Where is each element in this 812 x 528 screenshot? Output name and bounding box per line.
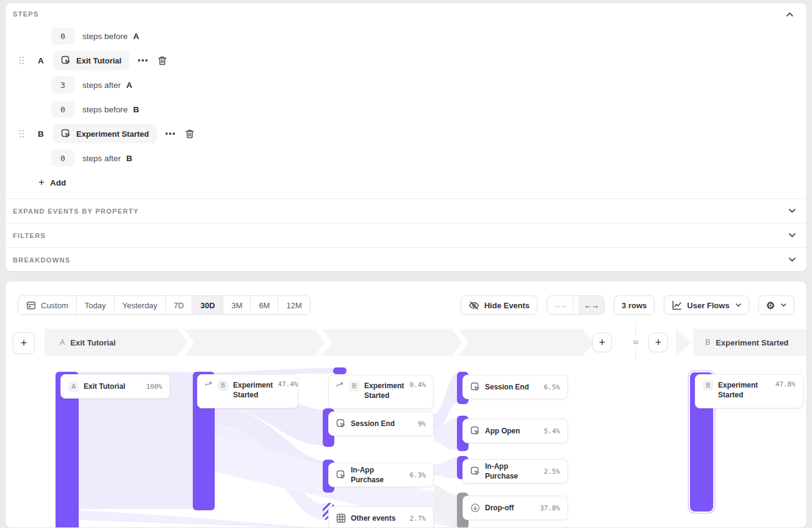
flow-node-in-app-purchase[interactable]: In-App Purchase 6.3% bbox=[328, 463, 434, 487]
node-percent: 0.4% bbox=[410, 381, 426, 389]
steps-before-b-input[interactable]: 0 bbox=[51, 101, 74, 118]
add-column-left-button[interactable]: + bbox=[13, 332, 35, 354]
column-title: Exit Tutorial bbox=[70, 338, 115, 347]
column-width-toggle: →← ←→ bbox=[547, 295, 605, 315]
node-title: Experiment Started bbox=[718, 380, 771, 400]
more-icon bbox=[165, 132, 176, 136]
add-step-button[interactable]: + Add bbox=[38, 176, 66, 189]
add-column-before-b-button[interactable]: + bbox=[649, 333, 668, 352]
rows-count-button[interactable]: 3 rows bbox=[614, 295, 655, 315]
sankey-bar-experiment-started-small[interactable] bbox=[333, 367, 347, 374]
flow-node-session-end-2[interactable]: Session End 6.5% bbox=[462, 375, 568, 399]
date-range-custom[interactable]: Custom bbox=[18, 296, 77, 314]
column-chevron-separator bbox=[452, 329, 468, 356]
section-expand-events-by-property[interactable]: EXPAND EVENTS BY PROPERTY bbox=[5, 198, 807, 223]
anomaly-arrow-icon bbox=[336, 381, 344, 388]
date-range-control: Custom Today Yesterday 7D 30D 3M 6M 12M bbox=[18, 295, 311, 315]
date-range-label: Custom bbox=[41, 301, 68, 310]
hide-events-label: Hide Events bbox=[484, 301, 530, 310]
steps-gap-row: 3 steps after A bbox=[51, 75, 132, 95]
steps-gap-row: 0 steps before A bbox=[51, 26, 139, 46]
node-percent: 47.8% bbox=[775, 380, 796, 388]
date-range-label: 6M bbox=[259, 301, 270, 310]
hide-events-button[interactable]: Hide Events bbox=[461, 295, 537, 315]
delete-step-button[interactable] bbox=[157, 56, 167, 66]
settings-dropdown[interactable]: ⚙ bbox=[758, 295, 794, 315]
step-badge: B bbox=[703, 380, 713, 391]
flow-node-other-events[interactable]: Other events 2.7% bbox=[328, 506, 434, 528]
flow-node-experiment-started-47[interactable]: B Experiment Started 47.4% bbox=[197, 374, 298, 408]
column-header-a[interactable]: A Exit Tutorial bbox=[45, 329, 595, 356]
date-range-3m[interactable]: 3M bbox=[223, 296, 251, 314]
column-header-b-arrow bbox=[676, 329, 692, 356]
section-filters[interactable]: FILTERS bbox=[5, 223, 807, 247]
node-percent: 6.3% bbox=[410, 471, 426, 479]
more-options-button[interactable] bbox=[137, 59, 148, 62]
date-range-7d[interactable]: 7D bbox=[166, 296, 193, 314]
node-title: Other events bbox=[351, 513, 395, 523]
drag-handle-icon[interactable] bbox=[20, 57, 24, 65]
event-icon bbox=[61, 129, 71, 139]
flow-node-experiment-started-04[interactable]: B Experiment Started 0.4% bbox=[328, 375, 434, 409]
date-range-12m[interactable]: 12M bbox=[278, 296, 309, 314]
event-icon bbox=[470, 466, 480, 476]
flow-node-experiment-started-b[interactable]: B Experiment Started 47.8% bbox=[695, 374, 803, 408]
view-type-dropdown[interactable]: User Flows bbox=[664, 295, 749, 315]
chevron-down-icon bbox=[789, 233, 796, 237]
node-percent: 9% bbox=[418, 420, 426, 428]
step-letter: B bbox=[38, 129, 45, 139]
node-percent: 47.4% bbox=[278, 380, 298, 388]
expand-columns-button[interactable]: ←→ bbox=[578, 296, 604, 314]
add-label: Add bbox=[50, 178, 66, 187]
step-row-a: A Exit Tutorial bbox=[20, 51, 167, 70]
drag-handle-icon[interactable] bbox=[20, 130, 24, 138]
add-column-after-a-button[interactable]: + bbox=[592, 333, 612, 352]
gear-icon: ⚙ bbox=[766, 300, 775, 311]
node-title: In-App Purchase bbox=[485, 461, 539, 481]
date-range-label: 3M bbox=[231, 301, 242, 310]
report-toolbar: Custom Today Yesterday 7D 30D 3M 6M 12M … bbox=[5, 295, 807, 315]
date-range-yesterday[interactable]: Yesterday bbox=[115, 296, 166, 314]
date-range-today[interactable]: Today bbox=[77, 296, 115, 314]
node-percent: 5.4% bbox=[544, 427, 561, 435]
trash-icon bbox=[185, 129, 195, 139]
date-range-6m[interactable]: 6M bbox=[251, 296, 278, 314]
column-letter: B bbox=[705, 338, 710, 347]
flows-report-panel: Custom Today Yesterday 7D 30D 3M 6M 12M … bbox=[5, 281, 807, 528]
chevron-down-icon bbox=[789, 258, 796, 262]
event-name: Exit Tutorial bbox=[76, 56, 121, 65]
plus-icon: + bbox=[38, 176, 45, 189]
more-icon bbox=[137, 59, 148, 62]
steps-section-header: STEPS bbox=[5, 3, 807, 25]
plus-icon: + bbox=[599, 337, 606, 348]
steps-section-title: STEPS bbox=[13, 10, 39, 18]
drop-off-icon bbox=[470, 503, 480, 513]
flow-node-session-end[interactable]: Session End 9% bbox=[328, 411, 434, 436]
trash-icon bbox=[157, 56, 167, 66]
date-range-30d-active[interactable]: 30D bbox=[192, 296, 223, 314]
date-range-label: 7D bbox=[174, 301, 184, 310]
steps-after-a-input[interactable]: 3 bbox=[51, 76, 74, 93]
section-breakdowns[interactable]: BREAKDOWNS bbox=[5, 247, 807, 272]
collapse-columns-button[interactable]: →← bbox=[547, 296, 573, 314]
delete-step-button[interactable] bbox=[185, 129, 195, 139]
gap-row-ref: B bbox=[133, 105, 139, 114]
node-title: Drop-off bbox=[485, 503, 514, 513]
node-title: Session End bbox=[485, 382, 529, 392]
anomaly-arrow-icon bbox=[205, 380, 213, 387]
flow-node-app-open[interactable]: App Open 5.4% bbox=[462, 419, 568, 443]
steps-after-b-input[interactable]: 0 bbox=[51, 150, 74, 167]
flow-node-in-app-purchase-2[interactable]: In-App Purchase 2.5% bbox=[462, 459, 568, 483]
event-selector-button[interactable]: Experiment Started bbox=[53, 124, 157, 143]
flow-node-drop-off[interactable]: Drop-off 37.8% bbox=[462, 496, 568, 520]
event-selector-button[interactable]: Exit Tutorial bbox=[53, 51, 129, 70]
node-title: Exit Tutorial bbox=[84, 382, 125, 391]
step-row-b: B Experiment Started bbox=[20, 124, 195, 143]
more-options-button[interactable] bbox=[165, 132, 176, 136]
query-builder-panel: STEPS 0 steps before A A Exit Tutorial 3… bbox=[5, 2, 807, 272]
steps-before-a-input[interactable]: 0 bbox=[51, 27, 74, 45]
collapse-steps-button[interactable] bbox=[783, 8, 796, 20]
gap-row-label: steps before bbox=[82, 105, 128, 114]
flow-node-exit-tutorial[interactable]: A Exit Tutorial 100% bbox=[60, 374, 170, 399]
column-header-b[interactable]: B Experiment Started bbox=[693, 329, 807, 356]
